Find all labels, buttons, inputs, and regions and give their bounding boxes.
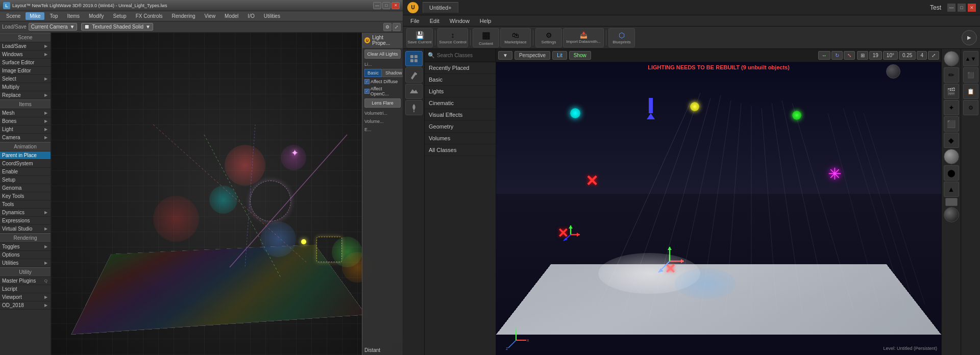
- ue-close-btn[interactable]: ✕: [968, 4, 976, 12]
- sidebar-item-light[interactable]: Light▶: [0, 125, 51, 134]
- sidebar-item-mesh[interactable]: Mesh▶: [0, 109, 51, 117]
- vp-dropdown-btn[interactable]: ▼: [498, 51, 512, 60]
- ue-menu-file[interactable]: File: [406, 17, 424, 25]
- sidebar-item-parentinplace[interactable]: Parent in Place: [0, 151, 51, 160]
- icon-dark-sphere[interactable]: [944, 207, 959, 222]
- lens-flare-btn[interactable]: Lens Flare: [364, 98, 401, 108]
- sidebar-item-options[interactable]: Options: [0, 251, 51, 259]
- vp-snap-btn[interactable]: ⊞: [857, 51, 868, 60]
- ue-minimize-btn[interactable]: —: [947, 4, 955, 12]
- vp-maximize-btn[interactable]: ⤢: [928, 51, 939, 60]
- lw-fullscreen-icon[interactable]: ⤢: [393, 23, 401, 31]
- affect-diffuse-checkbox[interactable]: ✓: [364, 79, 370, 84]
- clear-all-lights-btn[interactable]: Clear All Lights: [364, 49, 401, 59]
- lw-tab-scene[interactable]: Scene: [2, 12, 24, 20]
- lw-viewport[interactable]: ✦: [51, 33, 403, 355]
- mode-place-btn[interactable]: [405, 51, 423, 66]
- category-visual-effects[interactable]: Visual Effects: [425, 109, 496, 121]
- affect-opengl-checkbox[interactable]: ✓: [364, 89, 370, 94]
- vp-scale-btn[interactable]: ⤡: [844, 51, 855, 60]
- sidebar-item-keytools[interactable]: Key Tools: [0, 192, 51, 200]
- lw-tab-view[interactable]: View: [201, 12, 220, 20]
- sidebar-item-genoma[interactable]: Genoma: [0, 184, 51, 192]
- right-panel-btn-4[interactable]: ⚙: [963, 100, 978, 115]
- lw-maximize-btn[interactable]: □: [382, 2, 390, 9]
- lw-tab-items[interactable]: Items: [63, 12, 84, 20]
- vp-camera-speed[interactable]: 4: [917, 51, 927, 60]
- right-panel-btn-1[interactable]: ▲▼: [963, 51, 978, 66]
- props-tab-shadow[interactable]: Shadow: [382, 69, 403, 77]
- sidebar-item-tools[interactable]: Tools: [0, 200, 51, 209]
- blueprints-btn[interactable]: ⬡ Blueprints: [608, 28, 635, 47]
- sidebar-item-loadsave[interactable]: Load/Save▶: [0, 42, 51, 50]
- icon-box[interactable]: ⬛: [944, 116, 959, 132]
- category-all-classes[interactable]: All Classes: [425, 144, 496, 156]
- lw-tab-utilities[interactable]: Utilities: [260, 12, 284, 20]
- ue-expand-btn[interactable]: ▶: [962, 30, 977, 45]
- sidebar-item-multiply[interactable]: Multiply: [0, 83, 51, 91]
- sidebar-item-bones[interactable]: Bones▶: [0, 117, 51, 125]
- icon-circle[interactable]: [944, 149, 959, 164]
- lw-tab-top[interactable]: Top: [45, 12, 62, 20]
- lw-close-btn[interactable]: ✕: [391, 2, 400, 9]
- sidebar-item-windows[interactable]: Windows▶: [0, 50, 51, 59]
- sidebar-item-od2018[interactable]: OD_2018▶: [0, 301, 51, 310]
- lw-tab-rendering[interactable]: Rendering: [167, 12, 199, 20]
- lw-camera-dropdown[interactable]: Current Camera ▼: [29, 23, 78, 31]
- sidebar-item-expressions[interactable]: Expressions: [0, 217, 51, 225]
- marketplace-btn[interactable]: 🛍 Marketplace: [500, 28, 531, 47]
- lw-tab-setup[interactable]: Setup: [109, 12, 131, 20]
- sidebar-item-imageeditor[interactable]: Image Editor: [0, 67, 51, 75]
- ue-menu-help[interactable]: Help: [476, 17, 496, 25]
- sidebar-item-replace[interactable]: Replace▶: [0, 91, 51, 99]
- sidebar-item-surfaceeditor[interactable]: Surface Editor: [0, 59, 51, 67]
- sidebar-item-lscript[interactable]: Lscript: [0, 285, 51, 293]
- lw-tab-fxcontrols[interactable]: FX Controls: [132, 12, 167, 20]
- sidebar-item-masterplugins[interactable]: Master Plugins Q: [0, 277, 51, 285]
- ue-menu-edit[interactable]: Edit: [426, 17, 444, 25]
- lw-tab-model[interactable]: Model: [220, 12, 242, 20]
- icon-cone[interactable]: ▲: [944, 182, 959, 197]
- sidebar-item-toggles[interactable]: Toggles▶: [0, 243, 51, 251]
- settings-btn[interactable]: ⚙ Settings: [535, 28, 562, 47]
- search-classes-input[interactable]: [437, 53, 502, 58]
- sidebar-item-virtualstudio[interactable]: Virtual Studio▶: [0, 225, 51, 233]
- category-basic[interactable]: Basic: [425, 74, 496, 86]
- lw-viewmode-dropdown[interactable]: 🔲 Textured Shaded Solid ▼: [81, 23, 153, 31]
- vp-grid-size[interactable]: 19: [869, 51, 882, 60]
- vp-show-btn[interactable]: Show: [569, 51, 591, 60]
- icon-flat[interactable]: [945, 198, 958, 206]
- mode-landscape-btn[interactable]: [405, 84, 423, 99]
- sidebar-item-utilities[interactable]: Utilities▶: [0, 259, 51, 267]
- icon-star[interactable]: ✦: [944, 100, 959, 115]
- icon-film[interactable]: 🎬: [944, 84, 959, 99]
- lw-tab-io[interactable]: I/O: [243, 12, 258, 20]
- sidebar-item-viewport[interactable]: Viewport▶: [0, 293, 51, 301]
- import-datasmith-btn[interactable]: 📥 Import Datasmith...: [563, 28, 604, 47]
- icon-cylinder[interactable]: ⬤: [944, 165, 959, 181]
- category-cinematic[interactable]: Cinematic: [425, 97, 496, 109]
- category-geometry[interactable]: Geometry: [425, 121, 496, 133]
- ue-menu-window[interactable]: Window: [446, 17, 474, 25]
- vp-perspective-btn[interactable]: Perspective: [514, 51, 550, 60]
- icon-diamond[interactable]: ◆: [944, 133, 959, 148]
- ue-maximize-btn[interactable]: □: [958, 4, 966, 12]
- ue-viewport[interactable]: ▼ Perspective Lit Show ↔ ↻ ⤡ ⊞ 19 10° 0: [496, 49, 941, 355]
- right-panel-btn-2[interactable]: ⬛: [963, 67, 978, 83]
- sidebar-item-enable[interactable]: Enable: [0, 168, 51, 176]
- lw-tab-mike[interactable]: Mike: [26, 12, 44, 20]
- sidebar-item-coordsystem[interactable]: CoordSystem: [0, 160, 51, 168]
- sidebar-item-setup[interactable]: Setup: [0, 176, 51, 184]
- category-volumes[interactable]: Volumes: [425, 133, 496, 144]
- sidebar-item-select[interactable]: Select▶: [0, 75, 51, 83]
- vp-lit-btn[interactable]: Lit: [552, 51, 567, 60]
- right-panel-btn-3[interactable]: 📋: [963, 84, 978, 99]
- sidebar-item-camera[interactable]: Camera▶: [0, 134, 51, 142]
- props-tab-basic[interactable]: Basic: [364, 69, 382, 77]
- ue-tab[interactable]: Untitled+: [423, 2, 458, 13]
- vp-rotate-btn[interactable]: ↻: [831, 51, 843, 60]
- source-control-btn[interactable]: ↕ Source Control: [437, 28, 468, 47]
- icon-sphere[interactable]: [944, 51, 959, 66]
- mode-paint-btn[interactable]: [405, 67, 423, 83]
- category-recently-placed[interactable]: Recently Placed: [425, 62, 496, 74]
